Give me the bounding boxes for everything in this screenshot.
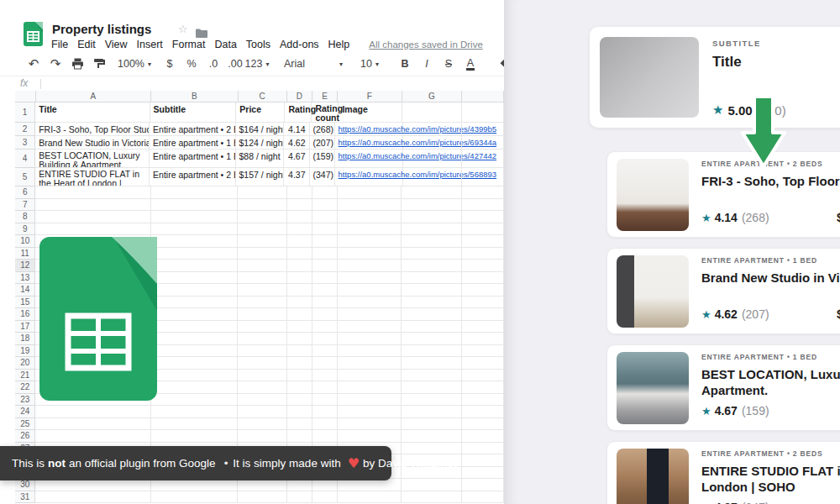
- grid-cell[interactable]: [402, 235, 462, 248]
- zoom-select[interactable]: 100%▾: [126, 55, 143, 73]
- menu-tools[interactable]: Tools: [246, 39, 270, 50]
- column-header-d[interactable]: D: [287, 91, 312, 102]
- grid-cell[interactable]: [462, 199, 504, 212]
- grid-cell[interactable]: [35, 223, 150, 236]
- grid-cell[interactable]: [402, 260, 462, 272]
- grid-cell[interactable]: [287, 479, 312, 491]
- grid-cell[interactable]: [462, 467, 504, 480]
- grid-cell[interactable]: $88 / night: [236, 150, 285, 168]
- redo-icon[interactable]: ↷: [47, 55, 64, 73]
- format-percent-button[interactable]: %: [183, 55, 200, 73]
- menu-file[interactable]: File: [51, 39, 68, 50]
- grid-cell[interactable]: [402, 394, 462, 407]
- grid-cell[interactable]: [338, 186, 402, 199]
- grid-cell[interactable]: [312, 430, 338, 443]
- grid-cell[interactable]: [35, 211, 150, 223]
- grid-cell[interactable]: [312, 223, 338, 236]
- column-header-f[interactable]: F: [338, 91, 402, 102]
- grid-cell[interactable]: [287, 394, 312, 407]
- corner-header[interactable]: [15, 91, 36, 102]
- grid-cell[interactable]: [287, 272, 312, 285]
- row-header[interactable]: 5: [15, 168, 35, 186]
- grid-cell[interactable]: [287, 235, 312, 248]
- grid-cell[interactable]: [151, 321, 238, 333]
- document-title[interactable]: Property listings: [52, 22, 151, 36]
- row-header[interactable]: 12: [15, 260, 35, 272]
- grid-cell[interactable]: [462, 211, 504, 223]
- grid-cell[interactable]: [151, 370, 238, 382]
- menu-data[interactable]: Data: [214, 39, 236, 50]
- column-header-a[interactable]: A: [36, 91, 151, 102]
- grid-cell[interactable]: [338, 284, 402, 297]
- grid-cell[interactable]: [151, 211, 238, 223]
- grid-cell[interactable]: [151, 248, 238, 260]
- grid-cell[interactable]: 4.67: [284, 150, 309, 168]
- grid-cell[interactable]: [462, 260, 504, 272]
- grid-cell[interactable]: ENTIRE STUDIO FLAT in the Heart of Londo…: [35, 168, 150, 186]
- menu-help[interactable]: Help: [328, 39, 350, 50]
- grid-cell[interactable]: [151, 186, 238, 199]
- grid-cell[interactable]: [338, 406, 402, 418]
- row-header[interactable]: 13: [15, 272, 35, 285]
- grid-cell[interactable]: [462, 381, 504, 394]
- grid-cell[interactable]: [151, 381, 238, 394]
- grid-cell[interactable]: [338, 381, 402, 394]
- grid-cell[interactable]: [151, 199, 238, 212]
- grid-cell[interactable]: [151, 345, 238, 358]
- grid-cell[interactable]: [238, 357, 286, 370]
- menu-format[interactable]: Format: [172, 39, 206, 50]
- column-header-c[interactable]: C: [239, 91, 287, 102]
- grid-cell[interactable]: [238, 272, 286, 285]
- grid-cell[interactable]: [312, 284, 338, 297]
- row-header[interactable]: 11: [15, 248, 35, 260]
- grid-cell[interactable]: [402, 443, 462, 455]
- bold-button[interactable]: B: [396, 55, 413, 73]
- grid-cell[interactable]: [35, 418, 150, 431]
- formula-bar[interactable]: fx: [0, 76, 504, 91]
- menu-view[interactable]: View: [105, 39, 128, 50]
- row-header[interactable]: 19: [15, 345, 35, 358]
- row-header[interactable]: 22: [15, 381, 35, 394]
- menu-edit[interactable]: Edit: [77, 39, 96, 50]
- grid-cell[interactable]: [402, 211, 462, 223]
- grid-cell[interactable]: [151, 491, 238, 504]
- grid-cell[interactable]: [338, 260, 402, 272]
- grid-cell[interactable]: [151, 260, 238, 272]
- column-header-g[interactable]: G: [402, 91, 463, 102]
- grid-cell[interactable]: [402, 381, 462, 394]
- grid-cell[interactable]: (207): [310, 136, 335, 150]
- grid-cell[interactable]: [151, 308, 238, 321]
- grid-cell[interactable]: [462, 223, 504, 236]
- grid-cell[interactable]: [403, 136, 463, 150]
- grid-cell[interactable]: [287, 260, 312, 272]
- grid-cell[interactable]: [462, 235, 504, 248]
- grid-cell[interactable]: Title: [35, 102, 150, 123]
- row-header[interactable]: 15: [15, 297, 35, 309]
- grid-cell[interactable]: [151, 479, 238, 491]
- grid-cell[interactable]: [238, 308, 286, 321]
- listing-card[interactable]: ENTIRE APARTMENT • 2 BEDS ENTIRE STUDIO …: [606, 441, 840, 504]
- grid-cell[interactable]: [338, 479, 402, 491]
- column-header-h[interactable]: [462, 91, 504, 102]
- listing-card[interactable]: ENTIRE APARTMENT • 1 BED BEST LOCATION, …: [606, 344, 840, 431]
- grid-cell[interactable]: [35, 186, 150, 199]
- grid-cell[interactable]: [287, 370, 312, 382]
- grid-cell[interactable]: Rating: [285, 102, 312, 123]
- row-header[interactable]: 24: [15, 406, 35, 418]
- grid-cell[interactable]: [151, 284, 238, 297]
- grid-cell[interactable]: [35, 199, 150, 212]
- grid-cell[interactable]: [338, 430, 402, 443]
- grid-cell[interactable]: [462, 284, 504, 297]
- grid-cell[interactable]: [402, 321, 462, 333]
- grid-cell[interactable]: [238, 406, 286, 418]
- grid-cell-link[interactable]: https://a0.muscache.com/im/pictures/4274…: [335, 150, 403, 168]
- font-select[interactable]: Arial▾: [284, 55, 343, 73]
- grid-cell[interactable]: [462, 297, 504, 309]
- grid-cell[interactable]: [238, 370, 286, 382]
- grid-cell[interactable]: 4.62: [284, 136, 309, 150]
- grid-cell[interactable]: [402, 333, 462, 345]
- grid-cell[interactable]: [338, 235, 402, 248]
- grid-cell[interactable]: [402, 308, 462, 321]
- grid-cell[interactable]: [462, 394, 504, 407]
- grid-cell[interactable]: [338, 321, 402, 333]
